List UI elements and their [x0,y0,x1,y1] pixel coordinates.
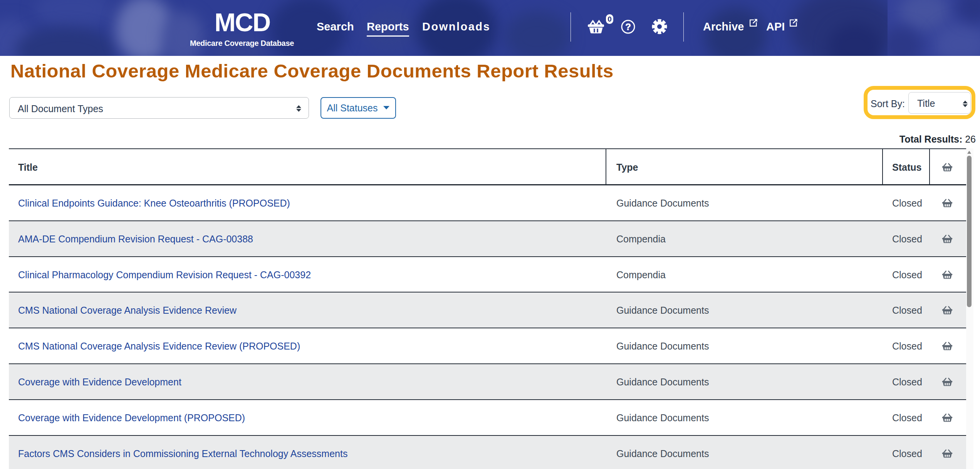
svg-text:?: ? [625,22,631,32]
